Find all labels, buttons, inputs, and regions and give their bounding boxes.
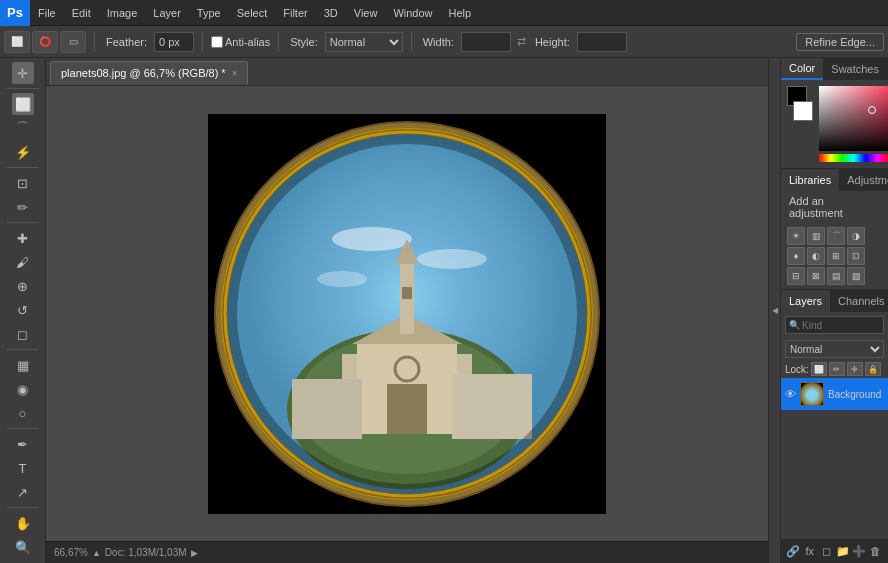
zoom-tool[interactable]: 🔍	[12, 536, 34, 558]
menu-image[interactable]: Image	[99, 0, 146, 25]
blend-mode-row: Normal	[781, 338, 888, 360]
width-input[interactable]	[461, 32, 511, 52]
brush-tool[interactable]: 🖌	[12, 251, 34, 273]
photo-filter-icon[interactable]: ⊡	[847, 247, 865, 265]
color-balance-icon[interactable]: ⊞	[827, 247, 845, 265]
feather-input[interactable]	[154, 32, 194, 52]
zoom-level: 66,67%	[54, 547, 88, 558]
panel-collapse-button[interactable]: ◀	[768, 58, 780, 563]
pen-tool[interactable]: ✒	[12, 433, 34, 455]
link-layers-btn[interactable]: 🔗	[785, 542, 802, 560]
history-tool[interactable]: ↺	[12, 299, 34, 321]
menu-window[interactable]: Window	[385, 0, 440, 25]
anti-alias-checkbox[interactable]	[211, 36, 223, 48]
gradient-tool[interactable]: ▦	[12, 354, 34, 376]
invert-icon[interactable]: ⊠	[807, 267, 825, 285]
layer-effects-btn[interactable]: fx	[802, 542, 819, 560]
document-tab[interactable]: planets08.jpg @ 66,7% (RGB/8) * ×	[50, 61, 248, 85]
posterize-icon[interactable]: ▤	[827, 267, 845, 285]
tab-color[interactable]: Color	[781, 58, 823, 80]
tab-adjustments[interactable]: Adjustments	[839, 169, 888, 191]
new-layer-btn[interactable]: ➕	[851, 542, 868, 560]
lock-all-btn[interactable]: 🔒	[865, 362, 881, 376]
toolbar-sep-2	[202, 32, 203, 52]
eyedropper-tool[interactable]: ✏	[12, 196, 34, 218]
quick-select-tool[interactable]: ⚡	[12, 141, 34, 163]
vibrance-icon[interactable]: ♦	[787, 247, 805, 265]
move-tool[interactable]: ✛	[12, 62, 34, 84]
exposure-icon[interactable]: ◑	[847, 227, 865, 245]
layer-visibility-toggle[interactable]: 👁	[785, 388, 796, 400]
svg-point-6	[317, 271, 367, 287]
blend-mode-select[interactable]: Normal	[785, 340, 884, 358]
toolbar-sep-1	[94, 32, 95, 52]
dodge-tool[interactable]: ○	[12, 402, 34, 424]
tab-swatches[interactable]: Swatches	[823, 58, 887, 80]
style-select[interactable]: Normal Fixed Ratio Fixed Size	[325, 32, 403, 52]
tool-sep-3	[7, 222, 39, 223]
color-panel: Color Swatches	[781, 58, 888, 169]
threshold-icon[interactable]: ▧	[847, 267, 865, 285]
brightness-contrast-icon[interactable]: ☀	[787, 227, 805, 245]
marquee-tool[interactable]: ⬜	[12, 93, 34, 115]
menu-help[interactable]: Help	[441, 0, 480, 25]
tab-layers[interactable]: Layers	[781, 290, 830, 312]
hand-tool[interactable]: ✋	[12, 512, 34, 534]
delete-layer-btn[interactable]: 🗑	[868, 542, 885, 560]
curves-icon[interactable]: ⌒	[827, 227, 845, 245]
tab-libraries[interactable]: Libraries	[781, 169, 839, 191]
tool-sep-5	[7, 428, 39, 429]
layer-item-background[interactable]: 👁 Background	[781, 378, 888, 410]
app-logo: Ps	[0, 0, 30, 26]
healing-tool[interactable]: ✚	[12, 227, 34, 249]
svg-rect-17	[292, 379, 362, 439]
menu-file[interactable]: File	[30, 0, 64, 25]
canvas-status-bar: 66,67% ▲ Doc: 1,03M/1,03M ▶	[46, 541, 768, 563]
crop-tool[interactable]: ⊡	[12, 172, 34, 194]
rectangular-marquee-btn[interactable]: ⬜	[4, 31, 30, 53]
blur-tool[interactable]: ◉	[12, 378, 34, 400]
new-group-btn[interactable]: 📁	[835, 542, 852, 560]
menu-filter[interactable]: Filter	[275, 0, 315, 25]
layer-name-label: Background	[828, 389, 881, 400]
menu-edit[interactable]: Edit	[64, 0, 99, 25]
menu-layer[interactable]: Layer	[145, 0, 189, 25]
background-color-swatch[interactable]	[793, 101, 813, 121]
tool-sep-4	[7, 349, 39, 350]
tab-close-button[interactable]: ×	[232, 68, 238, 79]
add-mask-btn[interactable]: ◻	[818, 542, 835, 560]
layers-panel: Layers Channels P 🔍 Normal Lock: ⬜ ✏ ✛ 🔒	[781, 290, 888, 563]
canvas-content[interactable]	[46, 86, 768, 541]
hue-sat-icon[interactable]: ◐	[807, 247, 825, 265]
lasso-tool[interactable]: ⌒	[12, 117, 34, 139]
height-input[interactable]	[577, 32, 627, 52]
path-select-tool[interactable]: ↗	[12, 481, 34, 503]
refine-edge-button[interactable]: Refine Edge...	[796, 33, 884, 51]
svg-rect-16	[402, 287, 412, 299]
tool-sep-1	[7, 88, 39, 89]
channel-mixer-icon[interactable]: ⊟	[787, 267, 805, 285]
menu-3d[interactable]: 3D	[316, 0, 346, 25]
menu-select[interactable]: Select	[229, 0, 276, 25]
menu-type[interactable]: Type	[189, 0, 229, 25]
levels-icon[interactable]: ▥	[807, 227, 825, 245]
document-tab-bar: planets08.jpg @ 66,7% (RGB/8) * ×	[46, 58, 768, 86]
add-adjustment-label: Add an adjustment	[781, 191, 888, 223]
color-gradient-overlay	[819, 86, 888, 151]
elliptical-marquee-btn[interactable]: ⭕	[32, 31, 58, 53]
menubar: Ps File Edit Image Layer Type Select Fil…	[0, 0, 888, 26]
lock-position-btn[interactable]: ✛	[847, 362, 863, 376]
color-picker-cursor	[868, 106, 876, 114]
layer-thumbnail	[800, 382, 824, 406]
doc-info: Doc: 1,03M/1,03M	[105, 547, 187, 558]
lock-transparent-btn[interactable]: ⬜	[811, 362, 827, 376]
hue-slider[interactable]	[819, 154, 888, 162]
color-saturation-field[interactable]	[819, 86, 888, 151]
eraser-tool[interactable]: ◻	[12, 323, 34, 345]
tab-channels[interactable]: Channels	[830, 290, 888, 312]
stamp-tool[interactable]: ⊕	[12, 275, 34, 297]
type-tool[interactable]: T	[12, 457, 34, 479]
single-row-marquee-btn[interactable]: ▭	[60, 31, 86, 53]
lock-image-btn[interactable]: ✏	[829, 362, 845, 376]
menu-view[interactable]: View	[346, 0, 386, 25]
